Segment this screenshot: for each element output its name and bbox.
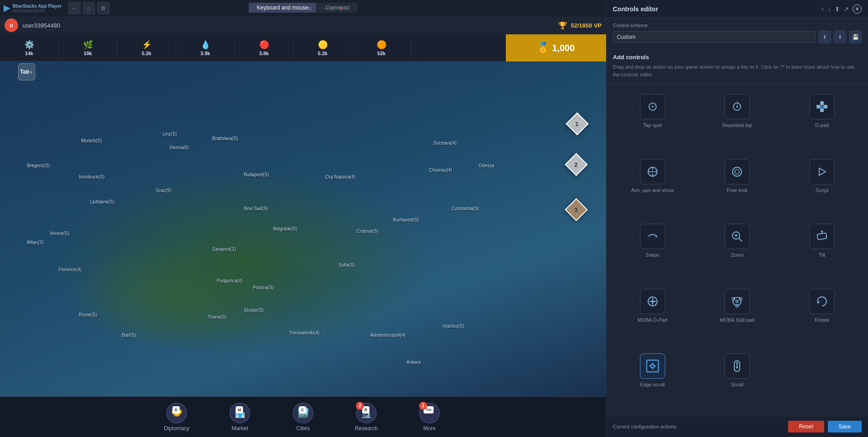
menu-icon[interactable]: ≡ [308,5,312,12]
control-rotate[interactable]: Rotate [782,285,862,345]
moba-d-pad-icon [645,294,660,309]
research-badge: 2 [356,402,364,410]
resource-icon-0: ⚙️ [24,40,34,50]
svg-rect-7 [824,105,827,108]
nav-cities[interactable]: 🏙️ C Cities [271,403,335,432]
username-label: user33954480 [23,22,60,29]
control-edge-scroll[interactable]: Edge scroll [613,350,692,409]
resource-icon-2: ⚡ [142,40,152,50]
swipe-icon [645,229,660,244]
city-label-bucharest-s-: Bucharest(S) [393,217,419,222]
city-label-odessa: Odessa [479,163,494,168]
trophy-icon: 🏆 [558,21,567,30]
control-tilt[interactable]: Tilt [782,220,862,280]
svg-point-35 [735,300,739,303]
controls-editor-header: Controls editor ↑ ↓ ⬆ ↗ ✕ [607,0,868,18]
add-controls-description: Drag and drop an action on your game scr… [613,63,862,78]
free-look-icon [730,164,744,179]
svg-line-20 [739,238,742,241]
control-scheme-section: Control scheme Custom ⬆ ⬇ 💾 [607,18,868,48]
control-swipe[interactable]: Swipe [613,220,692,280]
cities-key: C [299,406,306,414]
controls-editor-title: Controls editor [613,5,658,13]
svg-marker-33 [654,301,656,302]
city-label-innsbruck-s-: Innsbruck(S) [79,174,105,179]
d-pad-icon [815,99,829,114]
controls-import-btn[interactable]: ↓ [828,5,831,13]
scheme-select[interactable]: Custom [613,31,816,43]
control-free-look[interactable]: Free look [698,155,777,215]
nav-diplomacy[interactable]: 🤝 D Diplomacy [145,403,208,432]
aim-pan-shoot-icon [645,164,660,179]
research-label: Research [355,425,378,432]
restore-button[interactable]: ⧉ [97,2,110,14]
scroll-icon-wrap [724,353,750,379]
city-label-alexandroupoli-4-: Alexandroupoli(4) [370,333,406,338]
edge-scroll-label: Edge scroll [640,381,665,388]
nav-research[interactable]: 🔬 R 2 Research [335,403,398,432]
svg-marker-43 [649,364,652,368]
control-tap-spot[interactable]: Tap spot [613,90,692,150]
home-button[interactable]: ⌂ [83,2,95,14]
resource-icon-3: 💧 [201,40,210,50]
control-zoom[interactable]: Zoom [698,220,777,280]
save-button[interactable]: Save [828,421,862,432]
gold-area: 🏅 1,000 [506,34,606,61]
control-script[interactable]: Script [782,155,862,215]
city-label-vienna-6-: Vienna(6) [169,145,189,150]
resource-icon-6: 🟠 [377,40,387,50]
top-bar: ▶ BlueStacks App Player 01/01/2000 00:00… [0,0,606,16]
maximize-icon[interactable]: □ [331,5,335,12]
city-label-linz-s-: Linz(S) [163,132,177,136]
controls-share-btn[interactable]: ↑ [821,5,824,13]
control-moba-d-pad[interactable]: MOBA D-Pad [613,285,692,345]
control-scroll[interactable]: Scroll [698,350,777,409]
edge-scroll-icon-wrap [640,353,665,379]
script-label: Script [816,187,828,193]
app-name-label: BlueStacks App Player [13,4,62,9]
nav-more[interactable]: ⋯ Tab 1 More [398,403,461,432]
svg-marker-32 [649,301,651,302]
svg-rect-5 [820,108,824,112]
scheme-copy-btn[interactable]: ⬆ [818,31,831,43]
cities-label: Cities [296,425,310,432]
minimize-icon[interactable]: − [324,5,328,12]
scheme-save-btn[interactable]: 💾 [849,31,862,43]
control-repeated-tap[interactable]: Repeated tap [698,90,777,150]
tap-spot-label: Tap spot [643,122,662,128]
script-icon [815,164,829,179]
scheme-import-btn[interactable]: ⬇ [834,31,846,43]
control-aim-pan-shoot[interactable]: Aim, pan and shoot [613,155,692,215]
map-background [0,61,606,396]
resource-item-5: 🟡 5.2k [294,34,352,61]
controls-export-btn[interactable]: ⬆ [835,5,840,13]
script-icon-wrap [809,159,835,184]
game-map[interactable]: Munich(S)Linz(S)Bratislava(S)Vienna(6)Br… [0,61,606,396]
city-label-venice-s-: Venice(S) [50,231,69,236]
control-d-pad[interactable]: D-pad [782,90,862,150]
resource-value-6: 52k [377,51,385,56]
more-badge: 1 [419,402,427,410]
help-icon[interactable]: ? [301,5,304,12]
city-label-istanbul-s-: Istanbul(S) [443,324,464,329]
city-label-constantia-s-: Constantia(S) [452,206,479,211]
city-label-budapest-s-: Budapest(S) [244,172,269,177]
tap-spot-icon [645,99,660,114]
control-moba-skill-pad[interactable]: MOBA Skill pad [698,285,777,345]
close-icon[interactable]: ✕ [338,5,343,12]
nav-market[interactable]: 🏪 M Market [208,403,271,432]
svg-point-29 [651,300,654,303]
city-label-tirana-s-: Tirana(S) [208,315,226,320]
controls-link-btn[interactable]: ↗ [844,5,849,13]
svg-marker-30 [652,298,653,300]
aim-pan-shoot-icon-wrap [640,159,665,184]
scroll-label: Scroll [731,381,744,388]
repeated-tap-icon-wrap [724,94,750,119]
back-button[interactable]: ← [68,2,81,14]
reset-button[interactable]: Reset [788,421,824,432]
svg-marker-47 [736,362,738,363]
city-label-bari-s-: Bari(S) [122,333,136,338]
market-key: M [236,406,243,414]
controls-close-button[interactable]: ✕ [853,5,862,14]
repeated-tap-label: Repeated tap [722,122,752,128]
